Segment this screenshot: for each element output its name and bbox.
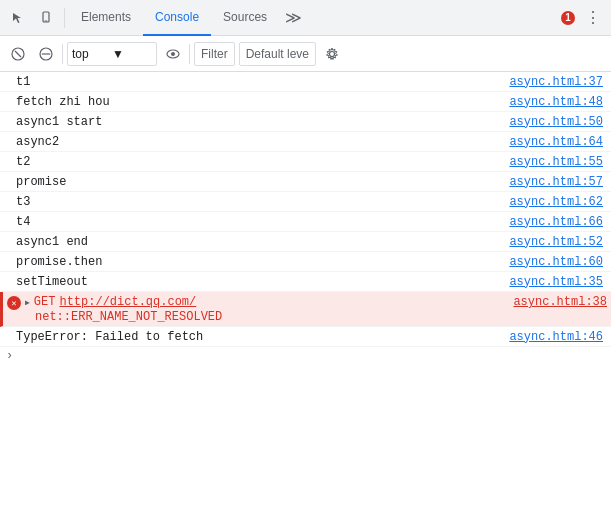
- error-source[interactable]: async.html:38: [513, 295, 607, 309]
- row-source[interactable]: async.html:52: [509, 235, 603, 249]
- settings-btn[interactable]: [320, 42, 344, 66]
- row-source[interactable]: async.html:60: [509, 255, 603, 269]
- error-url-link[interactable]: http://dict.qq.com/: [59, 295, 196, 309]
- prompt-line: ›: [0, 347, 611, 365]
- row-content: async1 end: [16, 235, 509, 249]
- error-badge[interactable]: 1: [557, 9, 579, 27]
- row-text: t3: [16, 195, 30, 209]
- last-console-row: TypeError: Failed to fetch async.html:46: [0, 327, 611, 347]
- console-row: promise.then async.html:60: [0, 252, 611, 272]
- row-text: fetch zhi hou: [16, 95, 110, 109]
- top-toolbar: Elements Console Sources ≫ 1 ⋮: [0, 0, 611, 36]
- row-text: t2: [16, 155, 30, 169]
- svg-rect-1: [45, 20, 48, 21]
- row-text: promise: [16, 175, 66, 189]
- row-source[interactable]: async.html:64: [509, 135, 603, 149]
- error-console-row: ✕ ▶ GET http://dict.qq.com/ async.html:3…: [0, 292, 611, 327]
- row-text: async1 start: [16, 115, 102, 129]
- row-source[interactable]: async.html:48: [509, 95, 603, 109]
- tab-elements[interactable]: Elements: [69, 0, 143, 36]
- error-row-top: ✕ ▶ GET http://dict.qq.com/ async.html:3…: [7, 294, 607, 310]
- mobile-icon-btn[interactable]: [32, 4, 60, 32]
- second-toolbar: top ▼ Filter Default leve: [0, 36, 611, 72]
- row-text: setTimeout: [16, 275, 88, 289]
- divider: [64, 8, 65, 28]
- context-value: top: [72, 47, 112, 61]
- error-count-circle: 1: [561, 11, 575, 25]
- prompt-icon: ›: [6, 349, 13, 363]
- console-row: async2 async.html:64: [0, 132, 611, 152]
- row-source[interactable]: async.html:50: [509, 115, 603, 129]
- error-prefix: GET: [34, 295, 56, 309]
- block-requests-btn[interactable]: [34, 42, 58, 66]
- error-row-content: ✕ ▶ GET http://dict.qq.com/: [7, 294, 513, 310]
- error-row-bottom: net::ERR_NAME_NOT_RESOLVED: [7, 310, 607, 324]
- overflow-menu-btn[interactable]: ⋮: [579, 4, 607, 32]
- svg-point-7: [171, 52, 175, 56]
- row-content: t3: [16, 195, 509, 209]
- context-select[interactable]: top ▼: [67, 42, 157, 66]
- row-source[interactable]: async.html:57: [509, 175, 603, 189]
- console-row: promise async.html:57: [0, 172, 611, 192]
- row-text: TypeError: Failed to fetch: [16, 330, 203, 344]
- clear-console-btn[interactable]: [6, 42, 30, 66]
- pointer-icon-btn[interactable]: [4, 4, 32, 32]
- row-content: t2: [16, 155, 509, 169]
- svg-point-8: [330, 51, 335, 56]
- console-row: t2 async.html:55: [0, 152, 611, 172]
- row-content: promise.then: [16, 255, 509, 269]
- tab-sources[interactable]: Sources: [211, 0, 279, 36]
- row-content: async2: [16, 135, 509, 149]
- row-text: async2: [16, 135, 59, 149]
- live-expressions-btn[interactable]: [161, 42, 185, 66]
- more-tabs-btn[interactable]: ≫: [279, 4, 307, 32]
- toolbar-divider: [62, 44, 63, 64]
- row-text: promise.then: [16, 255, 102, 269]
- row-content: async1 start: [16, 115, 509, 129]
- row-source[interactable]: async.html:62: [509, 195, 603, 209]
- row-content: t4: [16, 215, 509, 229]
- console-row: t1 async.html:37: [0, 72, 611, 92]
- expand-triangle-icon[interactable]: ▶: [25, 298, 30, 307]
- row-source[interactable]: async.html:55: [509, 155, 603, 169]
- error-icon: ✕: [7, 296, 21, 310]
- row-content: fetch zhi hou: [16, 95, 509, 109]
- tab-console[interactable]: Console: [143, 0, 211, 36]
- console-content: t1 async.html:37 fetch zhi hou async.htm…: [0, 72, 611, 528]
- row-content: TypeError: Failed to fetch: [16, 330, 509, 344]
- row-content: setTimeout: [16, 275, 509, 289]
- row-source[interactable]: async.html:35: [509, 275, 603, 289]
- console-row: setTimeout async.html:35: [0, 272, 611, 292]
- row-content: t1: [16, 75, 509, 89]
- console-row: t3 async.html:62: [0, 192, 611, 212]
- console-row: async1 end async.html:52: [0, 232, 611, 252]
- row-source[interactable]: async.html:66: [509, 215, 603, 229]
- svg-line-3: [15, 51, 21, 57]
- row-text: async1 end: [16, 235, 88, 249]
- toolbar-divider2: [189, 44, 190, 64]
- row-content: promise: [16, 175, 509, 189]
- console-row: async1 start async.html:50: [0, 112, 611, 132]
- row-text: t1: [16, 75, 30, 89]
- console-row: fetch zhi hou async.html:48: [0, 92, 611, 112]
- row-source[interactable]: async.html:46: [509, 330, 603, 344]
- dropdown-arrow-icon: ▼: [112, 47, 152, 61]
- error-detail-text: net::ERR_NAME_NOT_RESOLVED: [35, 310, 222, 324]
- console-row: t4 async.html:66: [0, 212, 611, 232]
- row-text: t4: [16, 215, 30, 229]
- filter-btn[interactable]: Filter: [194, 42, 235, 66]
- default-level-btn[interactable]: Default leve: [239, 42, 316, 66]
- row-source[interactable]: async.html:37: [509, 75, 603, 89]
